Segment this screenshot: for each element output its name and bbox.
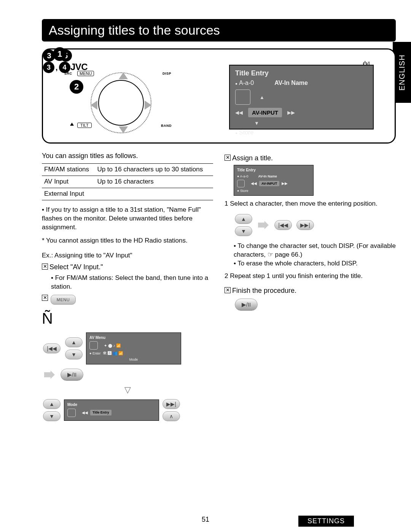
step-1-sub: • For FM/AM stations: Select the band, t… bbox=[51, 274, 213, 291]
up-arrow-icon: ▲ bbox=[260, 94, 264, 100]
input-value-box: AV-INPUT bbox=[248, 108, 282, 117]
prev-button: |◀◀ bbox=[43, 343, 61, 353]
title-entry-thumbnail: Title Entry ● A-a-0AV-In Name ◀◀AV-INPUT… bbox=[234, 165, 314, 196]
step-marker-icon bbox=[225, 155, 231, 161]
down-button: ▼ bbox=[43, 411, 61, 421]
screen-opt-b: AV-In Name bbox=[274, 80, 308, 86]
triangle-up-icon bbox=[70, 123, 74, 126]
menu-button: MENU bbox=[51, 295, 76, 305]
step-finish: Finish the procedure. bbox=[225, 286, 396, 295]
step-2: MENU bbox=[42, 294, 213, 306]
crosshair-icon bbox=[89, 341, 98, 350]
bullet-erase: • To erase the whole characters, hold DI… bbox=[234, 259, 396, 268]
step-assign-text: Assign a title. bbox=[232, 153, 273, 163]
flow-arrow-icon bbox=[258, 221, 269, 229]
avmenu-thumbnail: AV Menu ✦ ⬤ ♪ 📶 ● Enter🛠 🅰 👥 📶 Mode bbox=[86, 332, 181, 364]
step-assign: Assign a title. bbox=[225, 153, 396, 163]
jog-dial bbox=[91, 72, 151, 133]
next-button: ▶▶| bbox=[162, 399, 180, 409]
char-nav-cluster: ▲ ▼ |◀◀ ▶▶| bbox=[234, 213, 396, 237]
bullet-charset: • To change the character set, touch DIS… bbox=[234, 242, 396, 259]
step-glyph: Ñ bbox=[42, 308, 213, 329]
dial-left-icon bbox=[91, 101, 97, 110]
step-finish-text: Finish the procedure. bbox=[232, 286, 296, 295]
right-column: Assign a title. Title Entry ● A-a-0AV-In… bbox=[225, 151, 396, 312]
screen-store: Store bbox=[235, 129, 368, 136]
flow-arrow-icon bbox=[44, 371, 55, 379]
note-hd-radio: * You cannot assign titles to the HD Rad… bbox=[42, 236, 213, 245]
ffwd-icon: ▶▶ bbox=[287, 110, 295, 115]
body-columns: You can assign titles as follows. FM/AM … bbox=[42, 151, 396, 422]
note-name-full: • If you try to assign a title to a 31st… bbox=[42, 206, 213, 232]
disp-label: DISP bbox=[162, 72, 171, 75]
up-button: ▲ bbox=[65, 337, 83, 347]
flow-down-icon: ▽ bbox=[42, 384, 213, 396]
step-badge-3-5: 3 , 5 bbox=[43, 50, 395, 62]
screen-opt-a: A-a-0 bbox=[235, 80, 254, 86]
manual-page: ENGLISH Assigning titles to the sources … bbox=[0, 0, 411, 532]
prev-button: |◀◀ bbox=[274, 220, 292, 230]
step-marker-icon bbox=[225, 287, 231, 293]
example-label: Ex.: Assigning title to "AV Input" bbox=[42, 251, 213, 260]
mode-thumbnail: Mode ◀◀Title Entry bbox=[64, 399, 159, 421]
down-arrow-icon: ▼ bbox=[254, 120, 259, 126]
left-column: You can assign titles as follows. FM/AM … bbox=[42, 151, 213, 422]
step-1: Select "AV Input." bbox=[42, 262, 213, 272]
crosshair-icon bbox=[237, 180, 245, 187]
band-label: BAND bbox=[161, 124, 172, 128]
hat-up-button: ∧ bbox=[162, 411, 180, 421]
rew-icon: ◀◀ bbox=[235, 110, 243, 115]
table-row: AV InputUp to 16 characters bbox=[42, 176, 213, 188]
step-badge-2: 2 bbox=[70, 80, 83, 94]
table-row: External Input bbox=[42, 188, 213, 200]
play-pause-button: ▶/II bbox=[61, 369, 83, 381]
intro-text: You can assign titles as follows. bbox=[42, 151, 213, 160]
language-tab-label: ENGLISH bbox=[398, 54, 406, 91]
head-unit-diagram: JVC SRC MENU DISP TILT BAND ⏻/I ATT 1 2 … bbox=[42, 48, 396, 144]
next-button: ▶▶| bbox=[296, 220, 314, 230]
crosshair-icon bbox=[67, 409, 76, 417]
step-marker-icon bbox=[42, 295, 48, 301]
up-button: ▲ bbox=[43, 399, 61, 409]
page-title: Assigning titles to the sources bbox=[42, 19, 396, 42]
play-pause-button: ▶/II bbox=[235, 299, 258, 311]
crosshair-icon bbox=[235, 89, 250, 105]
dial-up-icon bbox=[119, 72, 128, 79]
step-3-cluster: |◀◀ ▲ ▼ AV Menu ✦ ⬤ ♪ 📶 ● Enter🛠 🅰 👥 📶 M… bbox=[42, 332, 213, 422]
section-tab: SETTINGS bbox=[298, 516, 354, 527]
menu-button-label: MENU bbox=[77, 71, 94, 76]
src-label: SRC bbox=[64, 72, 72, 75]
table-row: FM/AM stationsUp to 16 characters up to … bbox=[42, 164, 213, 176]
screen-title: Title Entry bbox=[235, 69, 368, 77]
step-2-content: MENU bbox=[49, 294, 77, 306]
up-button: ▲ bbox=[235, 214, 252, 224]
step-1-text: Select "AV Input." bbox=[49, 262, 103, 272]
device-screen: Title Entry A-a-0 AV-In Name ▲ ◀◀ AV-INP… bbox=[229, 65, 374, 129]
r1-text: 1 Select a character, then move the ente… bbox=[225, 200, 396, 208]
r2-text: 2 Repeat step 1 until you finish enterin… bbox=[225, 272, 396, 281]
step-badge-1: 1 bbox=[53, 47, 67, 61]
down-button: ▼ bbox=[65, 350, 83, 359]
dial-down-icon bbox=[119, 126, 128, 133]
title-limits-table: FM/AM stationsUp to 16 characters up to … bbox=[42, 163, 213, 200]
tilt-button-label: TILT bbox=[77, 123, 92, 128]
down-button: ▼ bbox=[235, 226, 252, 236]
step-marker-icon bbox=[42, 264, 48, 270]
dial-right-icon bbox=[145, 101, 151, 110]
